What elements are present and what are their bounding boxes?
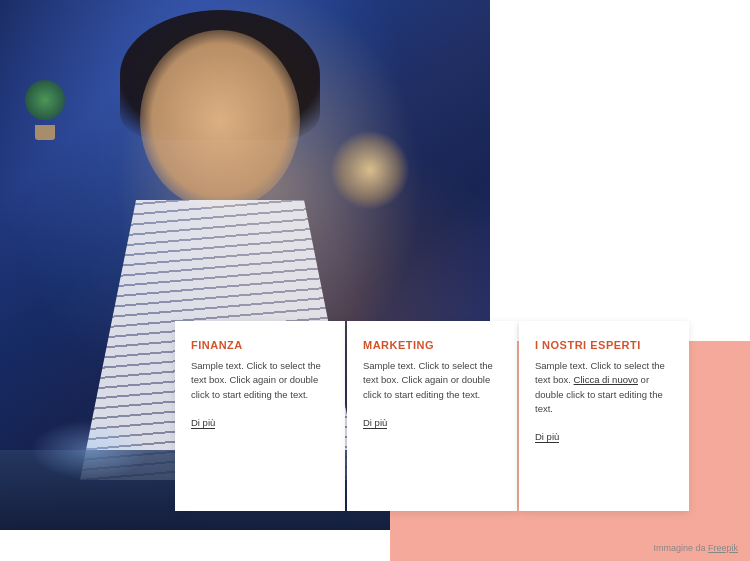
card-finanza-title: FINANZA bbox=[191, 339, 329, 351]
card-finanza: FINANZA Sample text. Click to select the… bbox=[175, 321, 345, 511]
card-marketing-link[interactable]: Di più bbox=[363, 417, 387, 429]
image-credit-source[interactable]: Freepik bbox=[708, 543, 738, 553]
card-marketing-body: Sample text. Click to select the text bo… bbox=[363, 359, 501, 402]
page-wrapper: FINANZA Sample text. Click to select the… bbox=[0, 0, 750, 561]
card-marketing: MARKETING Sample text. Click to select t… bbox=[347, 321, 517, 511]
lamp-glow bbox=[330, 130, 410, 210]
laptop-glow bbox=[30, 420, 150, 480]
image-credit: Immagine da Freepik bbox=[653, 543, 738, 553]
cards-container: FINANZA Sample text. Click to select the… bbox=[175, 321, 689, 511]
person-face bbox=[140, 30, 300, 210]
card-nostri-esperti-link-inline[interactable]: Clicca di nuovo bbox=[574, 374, 638, 385]
card-finanza-body: Sample text. Click to select the text bo… bbox=[191, 359, 329, 402]
card-nostri-esperti: I NOSTRI ESPERTI Sample text. Click to s… bbox=[519, 321, 689, 511]
right-white-space bbox=[490, 0, 750, 310]
plant bbox=[20, 80, 70, 140]
card-marketing-title: MARKETING bbox=[363, 339, 501, 351]
card-nostri-esperti-title: I NOSTRI ESPERTI bbox=[535, 339, 673, 351]
card-nostri-esperti-body: Sample text. Click to select the text bo… bbox=[535, 359, 673, 416]
image-credit-prefix: Immagine da bbox=[653, 543, 708, 553]
card-nostri-esperti-link[interactable]: Di più bbox=[535, 431, 559, 443]
card-finanza-link[interactable]: Di più bbox=[191, 417, 215, 429]
plant-pot bbox=[35, 125, 55, 140]
plant-leaves bbox=[25, 80, 65, 120]
